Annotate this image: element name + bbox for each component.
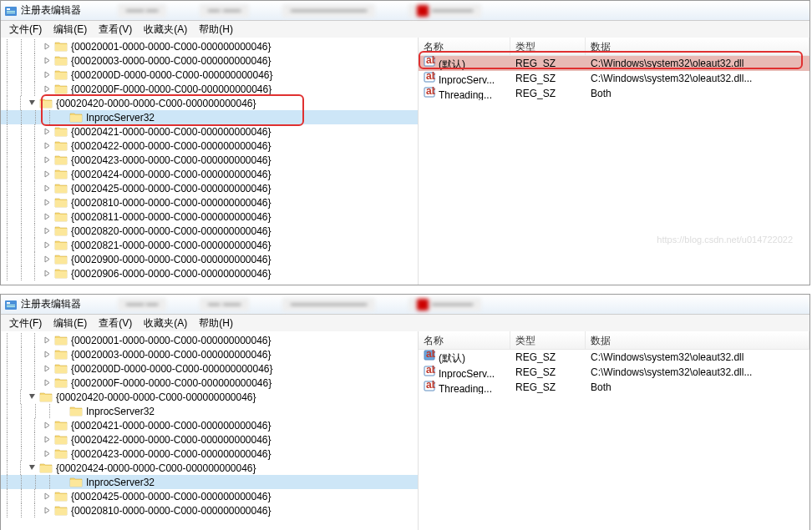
tree-node[interactable]: {00020420-0000-0000-C000-000000000046} — [1, 96, 418, 110]
values-pane[interactable]: 名称 类型 数据 ab(默认)REG_SZC:\Windows\system32… — [419, 38, 809, 285]
list-header[interactable]: 名称 类型 数据 — [419, 331, 809, 350]
expander-icon[interactable] — [43, 378, 52, 387]
tree-pane[interactable]: {00020001-0000-0000-C000-000000000046}{0… — [1, 331, 419, 530]
col-data[interactable]: 数据 — [586, 38, 809, 55]
menu-file[interactable]: 文件(F) — [4, 21, 47, 38]
folder-icon — [54, 225, 68, 237]
value-row[interactable]: abThreading...REG_SZBoth — [419, 380, 809, 395]
tree-node[interactable]: {00020810-0000-0000-C000-000000000046} — [1, 503, 418, 517]
expander-icon[interactable] — [43, 226, 52, 235]
folder-icon — [54, 197, 68, 209]
expander-icon[interactable] — [43, 255, 52, 264]
menu-help[interactable]: 帮助(H) — [194, 21, 238, 38]
tree-node[interactable]: {00020900-0000-0000-C000-000000000046} — [1, 252, 418, 266]
menu-edit[interactable]: 编辑(E) — [48, 315, 92, 332]
tree-node[interactable]: {00020421-0000-0000-C000-000000000046} — [1, 124, 418, 139]
folder-icon — [54, 55, 68, 67]
svg-text:ab: ab — [426, 72, 435, 82]
tree-node[interactable]: {00020820-0000-0000-C000-000000000046} — [1, 224, 418, 238]
expander-icon[interactable] — [43, 364, 52, 373]
tree-node[interactable]: {0002000D-0000-0000-C000-000000000046} — [1, 361, 418, 376]
tree-node[interactable]: {00020422-0000-0000-C000-000000000046} — [1, 432, 418, 447]
expander-icon[interactable] — [43, 127, 52, 136]
expander-icon[interactable] — [43, 350, 52, 359]
expander-icon[interactable] — [28, 463, 37, 472]
menu-view[interactable]: 查看(V) — [94, 315, 137, 332]
value-row[interactable]: abThreading...REG_SZBoth — [419, 86, 809, 101]
value-row[interactable]: ab(默认)REG_SZC:\Windows\system32\oleaut32… — [419, 56, 809, 71]
window-title: 注册表编辑器 — [21, 297, 81, 311]
tree-node[interactable]: {00020422-0000-0000-C000-000000000046} — [1, 139, 418, 153]
expander-icon[interactable] — [43, 184, 52, 193]
expander-icon[interactable] — [43, 169, 52, 179]
col-name[interactable]: 名称 — [419, 38, 510, 55]
tree-node[interactable]: {0002000F-0000-0000-C000-000000000046} — [1, 376, 418, 390]
expander-icon[interactable] — [43, 240, 52, 250]
menu-help[interactable]: 帮助(H) — [194, 315, 238, 332]
menu-edit[interactable]: 编辑(E) — [48, 21, 92, 38]
tree-node[interactable]: InprocServer32 — [1, 475, 418, 489]
titlebar[interactable]: 注册表编辑器 ━━━ ━━━━ ━━━━━━━━━━━━━━━━ ━━━━━━━ — [1, 295, 809, 315]
tree-node[interactable]: {00020906-0000-0000-C000-000000000046} — [1, 266, 418, 280]
expander-icon[interactable] — [43, 212, 52, 221]
expander-icon[interactable] — [43, 70, 52, 79]
tree-node[interactable]: {00020425-0000-0000-C000-000000000046} — [1, 489, 418, 503]
tree-node[interactable]: {00020420-0000-0000-C000-000000000046} — [1, 390, 418, 404]
tree-node[interactable]: InprocServer32 — [1, 404, 418, 418]
tree-node[interactable]: {00020421-0000-0000-C000-000000000046} — [1, 418, 418, 432]
expander-icon[interactable] — [43, 141, 52, 150]
expander-icon[interactable] — [43, 421, 52, 430]
list-header[interactable]: 名称 类型 数据 — [419, 38, 809, 56]
titlebar[interactable]: 注册表编辑器 ━━━ ━━━━ ━━━━━━━━━━━━━━━━ ━━━━━━━ — [1, 1, 809, 21]
svg-rect-3 — [7, 13, 15, 13]
expander-icon[interactable] — [43, 198, 52, 207]
col-name[interactable]: 名称 — [419, 331, 510, 349]
expander-icon[interactable] — [58, 477, 67, 487]
menu-fav[interactable]: 收藏夹(A) — [139, 315, 192, 332]
value-row[interactable]: abInprocServ...REG_SZC:\Windows\system32… — [419, 71, 809, 86]
expander-icon[interactable] — [43, 42, 52, 51]
expander-icon[interactable] — [43, 269, 52, 278]
tree-node[interactable]: {00020424-0000-0000-C000-000000000046} — [1, 461, 418, 475]
menu-file[interactable]: 文件(F) — [4, 315, 47, 332]
tree-node[interactable]: {00020811-0000-0000-C000-000000000046} — [1, 209, 418, 224]
expander-icon[interactable] — [28, 392, 37, 401]
expander-icon[interactable] — [43, 84, 52, 93]
tree-node[interactable]: {0002000D-0000-0000-C000-000000000046} — [1, 68, 418, 82]
menu-fav[interactable]: 收藏夹(A) — [139, 21, 192, 38]
tree-node[interactable]: {00020821-0000-0000-C000-000000000046} — [1, 238, 418, 252]
expander-icon[interactable] — [43, 492, 52, 501]
col-type[interactable]: 类型 — [510, 331, 586, 349]
col-type[interactable]: 类型 — [510, 38, 586, 55]
value-row[interactable]: ab(默认)REG_SZC:\Windows\system32\oleaut32… — [419, 350, 809, 365]
expander-icon[interactable] — [43, 449, 52, 458]
folder-icon — [54, 505, 68, 517]
expander-icon[interactable] — [43, 155, 52, 164]
tree-node[interactable]: {00020001-0000-0000-C000-000000000046} — [1, 333, 418, 347]
tree-node[interactable]: {00020423-0000-0000-C000-000000000046} — [1, 447, 418, 461]
tree-node[interactable]: {00020001-0000-0000-C000-000000000046} — [1, 39, 418, 53]
expander-icon[interactable] — [58, 406, 67, 416]
node-label: {00020424-0000-0000-C000-000000000046} — [54, 462, 258, 474]
expander-icon[interactable] — [43, 506, 52, 515]
tree-node[interactable]: {00020003-0000-0000-C000-000000000046} — [1, 347, 418, 361]
menu-view[interactable]: 查看(V) — [94, 21, 137, 38]
tree-node[interactable]: {0002000F-0000-0000-C000-000000000046} — [1, 82, 418, 96]
expander-icon[interactable] — [43, 435, 52, 444]
expander-icon[interactable] — [43, 56, 52, 65]
tree-node[interactable]: {00020425-0000-0000-C000-000000000046} — [1, 181, 418, 195]
menubar[interactable]: 文件(F) 编辑(E) 查看(V) 收藏夹(A) 帮助(H) — [1, 315, 809, 331]
tree-node[interactable]: InprocServer32 — [1, 110, 418, 124]
tree-node[interactable]: {00020003-0000-0000-C000-000000000046} — [1, 53, 418, 68]
tree-pane[interactable]: {00020001-0000-0000-C000-000000000046}{0… — [1, 38, 419, 285]
tree-node[interactable]: {00020424-0000-0000-C000-000000000046} — [1, 167, 418, 181]
menubar[interactable]: 文件(F) 编辑(E) 查看(V) 收藏夹(A) 帮助(H) — [1, 21, 809, 38]
col-data[interactable]: 数据 — [586, 331, 809, 349]
tree-node[interactable]: {00020423-0000-0000-C000-000000000046} — [1, 153, 418, 167]
expander-icon[interactable] — [28, 98, 37, 108]
expander-icon[interactable] — [43, 336, 52, 345]
values-pane[interactable]: 名称 类型 数据 ab(默认)REG_SZC:\Windows\system32… — [419, 331, 809, 530]
expander-icon[interactable] — [58, 113, 67, 122]
tree-node[interactable]: {00020810-0000-0000-C000-000000000046} — [1, 195, 418, 209]
value-row[interactable]: abInprocServ...REG_SZC:\Windows\system32… — [419, 365, 809, 380]
